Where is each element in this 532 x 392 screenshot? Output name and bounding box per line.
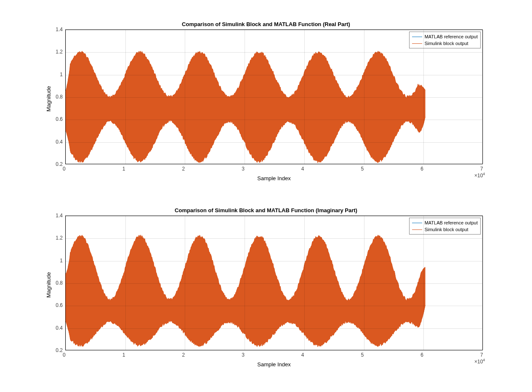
legend-label-simulink: Simulink block output bbox=[425, 227, 468, 232]
xtick-label: 2 bbox=[182, 166, 185, 172]
xtick-label: 3 bbox=[242, 166, 245, 172]
legend-swatch-matlab bbox=[412, 223, 422, 223]
subplot1-ylabel: Magnitude bbox=[45, 86, 52, 112]
grid-line bbox=[66, 142, 482, 143]
ytick-label: 0.4 bbox=[52, 325, 63, 331]
ytick-label: 0.8 bbox=[52, 94, 63, 100]
legend-entry-simulink: Simulink block output bbox=[412, 226, 478, 233]
ytick-label: 0.6 bbox=[52, 302, 63, 308]
ytick-label: 1.2 bbox=[52, 49, 63, 55]
grid-line bbox=[304, 216, 305, 350]
grid-line bbox=[245, 216, 245, 350]
grid-line bbox=[304, 30, 305, 164]
grid-line bbox=[483, 30, 484, 164]
x-exponent: ×104 bbox=[474, 358, 485, 365]
ytick-label: 1.4 bbox=[52, 27, 63, 32]
ytick-label: 0.8 bbox=[52, 280, 63, 286]
grid-line bbox=[66, 351, 482, 351]
grid-line bbox=[125, 216, 126, 350]
ytick-label: 0.2 bbox=[52, 161, 63, 167]
grid-line bbox=[66, 306, 482, 306]
grid-line bbox=[66, 238, 482, 239]
xtick-label: 0 bbox=[63, 352, 66, 358]
subplot2-xlabel: Sample Index bbox=[65, 361, 483, 368]
grid-line bbox=[66, 97, 482, 98]
subplot2-plot-area bbox=[66, 216, 482, 350]
subplot2-title: Comparison of Simulink Block and MATLAB … bbox=[0, 207, 532, 213]
grid-line bbox=[423, 216, 424, 350]
grid-line bbox=[66, 75, 482, 75]
grid-line bbox=[66, 30, 482, 30]
grid-line bbox=[185, 30, 185, 164]
grid-line bbox=[423, 30, 424, 164]
simulink-series bbox=[66, 51, 425, 163]
xtick-label: 6 bbox=[420, 166, 423, 172]
legend-swatch-simulink bbox=[412, 43, 422, 44]
grid-line bbox=[66, 52, 482, 53]
subplot1-plot-area bbox=[66, 30, 482, 164]
xtick-label: 1 bbox=[122, 352, 125, 358]
xtick-label: 7 bbox=[480, 166, 483, 172]
grid-line bbox=[483, 216, 484, 350]
grid-line bbox=[66, 261, 482, 261]
ytick-label: 1.4 bbox=[52, 213, 63, 219]
ytick-label: 1 bbox=[52, 258, 63, 264]
subplot2-axes: MATLAB reference output Simulink block o… bbox=[65, 216, 483, 350]
subplot1-axes: MATLAB reference output Simulink block o… bbox=[65, 29, 483, 164]
xtick-label: 7 bbox=[480, 352, 483, 358]
xtick-label: 5 bbox=[361, 166, 364, 172]
legend-swatch-simulink bbox=[412, 229, 422, 230]
xtick-label: 1 bbox=[122, 166, 125, 172]
grid-line bbox=[66, 328, 482, 329]
xtick-label: 4 bbox=[301, 352, 304, 358]
xtick-label: 5 bbox=[361, 352, 364, 358]
grid-line bbox=[364, 216, 364, 350]
grid-line bbox=[185, 216, 185, 350]
grid-line bbox=[245, 30, 245, 164]
legend-label-matlab: MATLAB reference output bbox=[425, 34, 478, 39]
subplot1-legend: MATLAB reference output Simulink block o… bbox=[409, 32, 481, 48]
subplot1-title: Comparison of Simulink Block and MATLAB … bbox=[0, 21, 532, 27]
xtick-label: 2 bbox=[182, 352, 185, 358]
ytick-label: 1.2 bbox=[52, 235, 63, 241]
subplot2-ylabel: Magnitude bbox=[45, 272, 52, 298]
ytick-label: 1 bbox=[52, 72, 63, 77]
grid-line bbox=[66, 165, 482, 165]
xtick-label: 6 bbox=[420, 352, 423, 358]
xtick-label: 4 bbox=[301, 166, 304, 172]
ytick-label: 0.2 bbox=[52, 347, 63, 353]
legend-swatch-matlab bbox=[412, 37, 422, 37]
grid-line bbox=[66, 30, 66, 164]
subplot1-xlabel: Sample Index bbox=[65, 175, 483, 181]
xtick-label: 3 bbox=[242, 352, 245, 358]
x-exponent: ×104 bbox=[474, 172, 485, 179]
ytick-label: 0.4 bbox=[52, 139, 63, 145]
grid-line bbox=[125, 30, 126, 164]
legend-label-matlab: MATLAB reference output bbox=[425, 220, 478, 225]
ytick-label: 0.6 bbox=[52, 116, 63, 122]
grid-line bbox=[66, 283, 482, 284]
legend-entry-matlab: MATLAB reference output bbox=[412, 219, 478, 226]
legend-label-simulink: Simulink block output bbox=[425, 41, 468, 46]
legend-entry-simulink: Simulink block output bbox=[412, 40, 478, 47]
xtick-label: 0 bbox=[63, 166, 66, 172]
grid-line bbox=[66, 120, 482, 120]
matlab-figure: Comparison of Simulink Block and MATLAB … bbox=[0, 0, 532, 392]
grid-line bbox=[66, 216, 482, 216]
grid-line bbox=[364, 30, 364, 164]
subplot2-legend: MATLAB reference output Simulink block o… bbox=[409, 218, 481, 235]
simulink-series bbox=[66, 235, 425, 347]
legend-entry-matlab: MATLAB reference output bbox=[412, 33, 478, 40]
grid-line bbox=[66, 216, 66, 350]
